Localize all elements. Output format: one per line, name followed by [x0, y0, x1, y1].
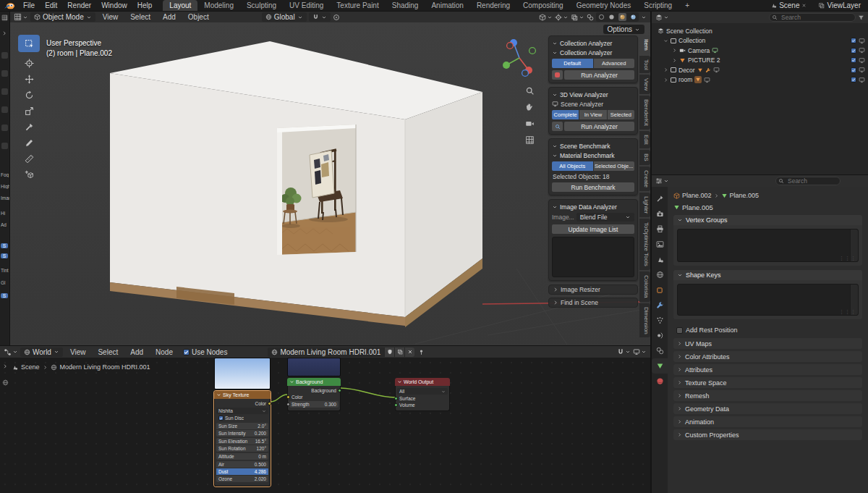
tab-output[interactable]	[652, 222, 668, 237]
sun-intensity-field[interactable]: Sun Intensity0.200	[216, 430, 268, 437]
editor-type-button[interactable]	[14, 13, 28, 21]
world-output-node[interactable]: World Output All Surface Volume	[395, 378, 450, 411]
sidebar-tab-colorista[interactable]: Colorista	[639, 271, 650, 302]
scene-unlink-icon[interactable]	[801, 3, 807, 8]
panel-attributes[interactable]: Attributes	[673, 364, 862, 375]
clipped-toggle[interactable]: S	[1, 253, 8, 258]
collapse-arrow-icon[interactable]	[663, 38, 668, 43]
blender-logo-icon[interactable]	[4, 2, 15, 9]
menu-add[interactable]: Add	[125, 348, 148, 356]
shader-type-dropdown[interactable]: World	[20, 347, 63, 357]
path-world[interactable]: Modern Living Room HDRI.001	[60, 363, 150, 371]
object-types-dropdown[interactable]	[539, 14, 553, 21]
cursor-tool[interactable]	[25, 59, 34, 68]
sun-size-field[interactable]: Sun Size2.0°	[216, 423, 268, 429]
sidebar-tab-dimension[interactable]: Dimension	[639, 303, 650, 338]
left-strip-icon[interactable]	[1, 88, 8, 95]
sky-type-dropdown[interactable]: Nishita	[216, 408, 268, 414]
expand-arrow-icon[interactable]	[663, 67, 668, 72]
proportional-editing-icon[interactable]	[333, 14, 340, 21]
subpanel-header[interactable]: Material Benchmark	[552, 151, 634, 160]
altitude-field[interactable]: Altitude0 m	[216, 453, 268, 460]
resize-grip[interactable]: ⋮⋮⋮	[839, 309, 856, 315]
sidebar-tab-item[interactable]: Item	[639, 35, 650, 54]
camera-view-icon[interactable]	[525, 119, 535, 128]
workspace-tab-animation[interactable]: Animation	[425, 0, 469, 11]
run-analyzer-button[interactable]: Run Analyzer	[564, 70, 634, 80]
sidebar-tab-bs[interactable]: BS	[639, 150, 650, 165]
scene-selector[interactable]: Scene	[770, 1, 807, 9]
measure-tool[interactable]	[25, 154, 34, 164]
workspace-tab-rendering[interactable]: Rendering	[470, 0, 516, 11]
menu-add[interactable]: Add	[158, 13, 181, 21]
add-cube-tool[interactable]	[25, 170, 34, 180]
shading-material-button[interactable]	[618, 13, 626, 21]
strength-field[interactable]: Strength0.300	[289, 401, 339, 408]
transform-orientation-dropdown[interactable]: Global	[262, 12, 307, 22]
panel-image-resizer-collapsed[interactable]: Image Resizer	[548, 285, 638, 295]
left-strip-icon[interactable]	[1, 106, 8, 113]
panel-color-attributes[interactable]: Color Attributes	[673, 351, 862, 362]
enable-checkbox[interactable]	[851, 38, 856, 43]
socket-background-output[interactable]	[338, 389, 341, 392]
tab-physics[interactable]	[652, 328, 668, 343]
shape-keys-panel-header[interactable]: Shape Keys	[673, 270, 862, 280]
screen-visibility-icon[interactable]	[859, 77, 865, 83]
tab-scene[interactable]	[652, 252, 668, 267]
panel-geometry-data[interactable]: Geometry Data	[673, 403, 862, 414]
outliner-row-collection[interactable]: Collection	[652, 36, 868, 46]
add-workspace-button[interactable]: +	[678, 0, 696, 11]
enable-checkbox[interactable]	[851, 67, 856, 73]
air-field[interactable]: Air0.500	[216, 461, 268, 468]
shape-keys-list[interactable]: ⋮⋮⋮	[677, 284, 859, 316]
tab-object[interactable]	[652, 282, 668, 298]
screen-visibility-icon[interactable]	[859, 67, 865, 73]
expand-arrow-icon[interactable]	[663, 77, 668, 83]
subpanel-header[interactable]: Collection Analyzer	[552, 48, 634, 57]
sidebar-tab-tool[interactable]: Tool	[639, 56, 650, 74]
panel-animation[interactable]: Animation	[673, 416, 862, 427]
menu-select[interactable]: Select	[125, 13, 156, 21]
left-strip-icon[interactable]	[1, 70, 8, 77]
use-nodes-toggle[interactable]: Use Nodes	[183, 348, 227, 356]
search-input[interactable]	[769, 13, 856, 22]
window-opening[interactable]	[271, 117, 365, 261]
zoom-icon[interactable]	[525, 86, 535, 96]
enable-checkbox[interactable]	[851, 57, 856, 63]
socket-volume-input[interactable]	[394, 403, 398, 407]
panel-remesh[interactable]: Remesh	[673, 390, 862, 401]
editor-overlay-dropdown[interactable]	[633, 348, 647, 355]
tab-modifiers[interactable]	[652, 298, 668, 313]
workspace-tab-modeling[interactable]: Modeling	[197, 0, 240, 11]
socket-color-output[interactable]	[268, 402, 271, 405]
datablock-name-field[interactable]: Modern Living Room HDRI.001	[268, 347, 384, 357]
rotate-tool[interactable]	[25, 90, 34, 100]
ozone-field[interactable]: Ozone2.020	[216, 476, 268, 482]
left-strip-icon[interactable]	[1, 52, 8, 59]
sidebar-tab-tooptimize[interactable]: ToOptimize Tools	[639, 219, 650, 270]
workspace-tab-uv-editing[interactable]: UV Editing	[283, 0, 330, 11]
mode-selector[interactable]: Object Mode	[30, 12, 95, 22]
target-all-objects-button[interactable]: All Objects	[552, 161, 593, 171]
gizmo-y-axis[interactable]	[503, 62, 510, 69]
use-nodes-checkbox[interactable]	[183, 349, 190, 355]
editor-type-button[interactable]	[655, 177, 669, 185]
scale-tool[interactable]	[25, 106, 34, 116]
search-input[interactable]	[775, 177, 841, 185]
dust-field[interactable]: Dust4.286	[216, 468, 268, 475]
menu-render[interactable]: Render	[62, 1, 96, 9]
outliner-row-picture-2[interactable]: PICTURE 2	[652, 56, 868, 66]
clipped-toggle[interactable]: S	[1, 293, 8, 298]
expand-region-arrow-icon[interactable]	[1, 30, 7, 36]
pan-hand-icon[interactable]	[525, 102, 535, 111]
enable-checkbox[interactable]	[851, 48, 856, 54]
breadcrumb-object[interactable]: Plane.002	[682, 192, 712, 199]
output-target-dropdown[interactable]: All	[397, 388, 448, 395]
fake-user-button[interactable]	[384, 347, 394, 357]
menu-file[interactable]: File	[18, 1, 40, 9]
unlink-datablock-button[interactable]	[404, 347, 414, 357]
resize-grip[interactable]: ⋮⋮⋮	[839, 256, 856, 261]
outliner-row-camera[interactable]: Camera	[652, 46, 868, 56]
workspace-tab-compositing[interactable]: Compositing	[516, 0, 570, 11]
shading-rendered-button[interactable]	[630, 14, 637, 20]
